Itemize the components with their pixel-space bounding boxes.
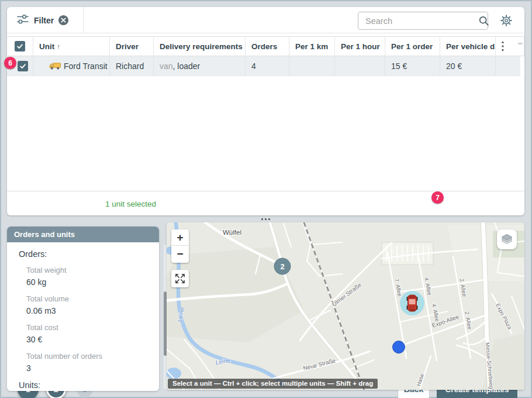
filter-bar: Filter: [7, 7, 524, 33]
stat-value: 30 €: [26, 335, 159, 344]
stat-label: Total cost: [26, 323, 159, 332]
town-label-wulfel: Wülfel: [223, 229, 241, 236]
unit-marker-car[interactable]: [400, 291, 424, 315]
filter-button[interactable]: Filter: [16, 14, 54, 27]
stat-value: 0.06 m3: [26, 306, 159, 315]
table-scrollbar[interactable]: [518, 43, 523, 44]
filter-icon: [16, 14, 29, 27]
row-checkbox[interactable]: [18, 61, 28, 71]
panel-title: Orders and units: [7, 227, 159, 242]
order-cluster-marker[interactable]: 2: [274, 258, 291, 275]
stat-total-volume: Total volume 0.06 m3: [26, 294, 159, 315]
stat-label: Total volume: [26, 294, 159, 303]
requirement-muted: van: [160, 61, 173, 71]
select-all-cell: [7, 37, 33, 56]
stat-total-weight: Total weight 60 kg: [26, 266, 159, 287]
street-label-neue: Neue Straße: [302, 357, 336, 371]
orders-units-panel: Orders and units Orders: Total weight 60…: [7, 227, 159, 391]
column-header-orders[interactable]: Orders: [246, 37, 289, 56]
column-header-per-vehicle-day[interactable]: Per vehicle d..: [440, 37, 496, 56]
search-input[interactable]: [358, 16, 478, 26]
search-box: [358, 12, 488, 30]
street-label-expo-plaza: Expo Plaza: [495, 303, 513, 331]
cluster-count: 2: [280, 262, 284, 271]
filter-label: Filter: [34, 16, 54, 25]
orders-cell: 4: [246, 56, 289, 76]
panel-body: Orders: Total weight 60 kg Total volume …: [7, 242, 159, 390]
street-label-hase: Hase: [415, 373, 425, 387]
orders-heading: Orders:: [19, 249, 159, 259]
zoom-out-button[interactable]: −: [171, 246, 189, 262]
wizard-footer: 1 2 3 1 unit selected Back Create templa…: [7, 191, 524, 215]
select-all-checkbox[interactable]: [15, 41, 25, 52]
fullscreen-button[interactable]: [171, 270, 189, 287]
stat-value: 3: [26, 363, 159, 373]
annotation-badge-7: 7: [431, 191, 444, 204]
units-heading: Units:: [19, 380, 159, 390]
requirement-rest: , loader: [173, 61, 201, 71]
delivery-requirements-cell: van, loader: [154, 56, 246, 76]
van-icon: [49, 62, 61, 70]
stat-label: Total weight: [26, 266, 159, 275]
kebab-menu-icon: [502, 41, 504, 52]
sort-asc-icon: ↑: [57, 43, 60, 50]
column-header-per-1-order[interactable]: Per 1 order: [385, 37, 440, 56]
map[interactable]: Wülfel Ulmer Straße Neue Straße 7. Allee…: [167, 222, 524, 390]
table-menu-button[interactable]: [496, 37, 524, 56]
driver-cell: Richard: [110, 56, 154, 76]
per-1-hour-cell: [335, 56, 385, 76]
stat-label: Total number of orders: [26, 352, 159, 361]
stat-total-orders: Total number of orders 3: [26, 352, 159, 373]
table-header: Unit ↑ Driver Delivery requirements Orde…: [7, 36, 524, 56]
annotation-badge-6: 6: [4, 57, 16, 69]
clear-filter-icon[interactable]: [58, 15, 69, 26]
expand-icon: [174, 272, 186, 285]
column-label: Unit: [39, 42, 54, 51]
map-layers-button[interactable]: [497, 229, 517, 249]
street-label-ulmer: Ulmer Straße: [331, 282, 362, 308]
map-canvas: Wülfel Ulmer Straße Neue Straße 7. Allee…: [167, 222, 524, 390]
settings-gear-icon[interactable]: [500, 14, 513, 27]
stat-value: 60 kg: [26, 277, 159, 287]
search-icon[interactable]: [478, 15, 490, 27]
stat-total-cost: Total cost 30 €: [26, 323, 159, 344]
per-1-order-cell: 15 €: [385, 56, 440, 76]
selection-status: 1 unit selected: [105, 191, 156, 216]
app-window: Filter: [0, 0, 532, 398]
zoom-in-button[interactable]: +: [171, 229, 189, 246]
order-point-marker[interactable]: [393, 341, 405, 354]
per-vehicle-day-cell: 20 €: [440, 56, 496, 76]
map-hint-bar: Select a unit — Ctrl + click; select mul…: [168, 379, 378, 389]
column-header-delivery-requirements[interactable]: Delivery requirements: [154, 37, 246, 56]
filter-group: Filter: [7, 7, 84, 33]
split-resize-handle[interactable]: [261, 217, 272, 222]
map-zoom-control: + −: [171, 229, 189, 263]
unit-cell: Ford Transit: [33, 56, 110, 76]
column-header-per-1-km[interactable]: Per 1 km: [289, 37, 335, 56]
per-1-km-cell: [289, 56, 335, 76]
column-header-per-1-hour[interactable]: Per 1 hour: [335, 37, 385, 56]
layers-icon: [500, 232, 514, 246]
unit-name: Ford Transit: [64, 61, 108, 71]
units-table-card: Filter: [7, 7, 524, 215]
table-row[interactable]: Ford Transit Richard van, loader 4 15 € …: [7, 56, 520, 76]
column-header-driver[interactable]: Driver: [110, 37, 154, 56]
column-header-unit[interactable]: Unit ↑: [33, 37, 110, 56]
